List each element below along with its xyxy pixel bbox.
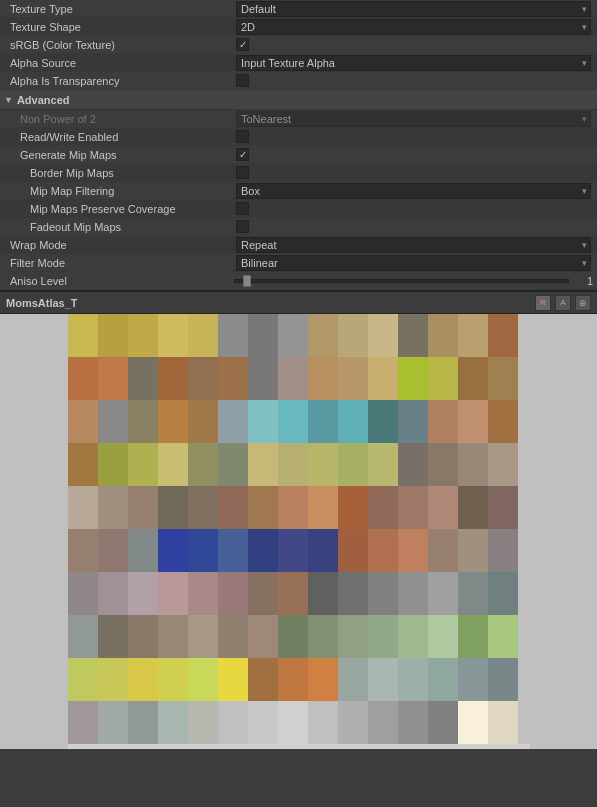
read-write-value <box>234 130 593 143</box>
generate-mip-value <box>234 148 593 161</box>
texture-type-select-wrapper[interactable]: Default <box>236 1 591 17</box>
border-mip-row: Border Mip Maps <box>0 164 597 182</box>
non-power-select-wrapper[interactable]: ToNearest <box>236 111 591 127</box>
srgb-checkbox[interactable] <box>236 38 249 51</box>
fadeout-mip-value <box>234 220 593 233</box>
filter-mode-label: Filter Mode <box>4 257 234 269</box>
alpha-source-row: Alpha Source Input Texture Alpha <box>0 54 597 72</box>
srgb-label: sRGB (Color Texture) <box>4 39 234 51</box>
inspector-panel: Texture Type Default Texture Shape 2D sR… <box>0 0 597 290</box>
read-write-label: Read/Write Enabled <box>4 131 234 143</box>
advanced-section-header[interactable]: ▼ Advanced <box>0 90 597 110</box>
texture-shape-select-wrapper[interactable]: 2D <box>236 19 591 35</box>
non-power-value: ToNearest <box>234 111 593 127</box>
alpha-transparency-checkbox[interactable] <box>236 74 249 87</box>
mip-filtering-select-wrapper[interactable]: Box <box>236 183 591 199</box>
mips-preserve-checkbox[interactable] <box>236 202 249 215</box>
srgb-value <box>234 38 593 51</box>
fadeout-mip-label: Fadeout Mip Maps <box>4 221 234 233</box>
alpha-icon[interactable]: A <box>555 295 571 311</box>
alpha-source-select[interactable]: Input Texture Alpha <box>236 55 591 71</box>
alpha-transparency-value <box>234 74 593 87</box>
advanced-arrow: ▼ <box>4 95 13 105</box>
mips-preserve-label: Mip Maps Preserve Coverage <box>4 203 234 215</box>
zoom-icon[interactable]: ⊕ <box>575 295 591 311</box>
generate-mip-row: Generate Mip Maps <box>0 146 597 164</box>
alpha-source-select-wrapper[interactable]: Input Texture Alpha <box>236 55 591 71</box>
aniso-level-value: 1 <box>573 275 593 287</box>
wrap-mode-label: Wrap Mode <box>4 239 234 251</box>
non-power-row: Non Power of 2 ToNearest <box>0 110 597 128</box>
generate-mip-label: Generate Mip Maps <box>4 149 234 161</box>
texture-shape-select[interactable]: 2D <box>236 19 591 35</box>
mips-preserve-row: Mip Maps Preserve Coverage <box>0 200 597 218</box>
advanced-label: Advanced <box>17 94 70 106</box>
wrap-mode-row: Wrap Mode Repeat <box>0 236 597 254</box>
texture-type-label: Texture Type <box>4 3 234 15</box>
fadeout-mip-checkbox[interactable] <box>236 220 249 233</box>
filter-mode-value: Bilinear <box>234 255 593 271</box>
mip-filtering-row: Mip Map Filtering Box <box>0 182 597 200</box>
mips-preserve-value <box>234 202 593 215</box>
filter-mode-select-wrapper[interactable]: Bilinear <box>236 255 591 271</box>
mip-filtering-select[interactable]: Box <box>236 183 591 199</box>
rgb-icon[interactable]: R <box>535 295 551 311</box>
alpha-source-label: Alpha Source <box>4 57 234 69</box>
texture-canvas <box>68 314 530 749</box>
alpha-source-value: Input Texture Alpha <box>234 55 593 71</box>
texture-type-value: Default <box>234 1 593 17</box>
preview-panel: MomsAtlas_T R A ⊕ <box>0 290 597 749</box>
mip-filtering-label: Mip Map Filtering <box>4 185 234 197</box>
filter-mode-select[interactable]: Bilinear <box>236 255 591 271</box>
read-write-checkbox[interactable] <box>236 130 249 143</box>
texture-type-select[interactable]: Default <box>236 1 591 17</box>
texture-shape-row: Texture Shape 2D <box>0 18 597 36</box>
non-power-label: Non Power of 2 <box>4 113 234 125</box>
filter-mode-row: Filter Mode Bilinear <box>0 254 597 272</box>
preview-content <box>0 314 597 749</box>
aniso-level-row: Aniso Level 1 <box>0 272 597 290</box>
border-mip-checkbox[interactable] <box>236 166 249 179</box>
aniso-level-slider-container: 1 <box>234 275 593 287</box>
wrap-mode-select[interactable]: Repeat <box>236 237 591 253</box>
srgb-row: sRGB (Color Texture) <box>0 36 597 54</box>
texture-shape-value: 2D <box>234 19 593 35</box>
texture-type-row: Texture Type Default <box>0 0 597 18</box>
aniso-level-thumb[interactable] <box>243 275 251 287</box>
preview-icons: R A ⊕ <box>535 295 591 311</box>
wrap-mode-value: Repeat <box>234 237 593 253</box>
preview-header: MomsAtlas_T R A ⊕ <box>0 292 597 314</box>
texture-shape-label: Texture Shape <box>4 21 234 33</box>
preview-title: MomsAtlas_T <box>6 297 78 309</box>
alpha-transparency-row: Alpha Is Transparency <box>0 72 597 90</box>
wrap-mode-select-wrapper[interactable]: Repeat <box>236 237 591 253</box>
alpha-transparency-label: Alpha Is Transparency <box>4 75 234 87</box>
mip-filtering-value: Box <box>234 183 593 199</box>
fadeout-mip-row: Fadeout Mip Maps <box>0 218 597 236</box>
border-mip-label: Border Mip Maps <box>4 167 234 179</box>
generate-mip-checkbox[interactable] <box>236 148 249 161</box>
non-power-select[interactable]: ToNearest <box>236 111 591 127</box>
aniso-level-track[interactable] <box>234 279 569 283</box>
read-write-row: Read/Write Enabled <box>0 128 597 146</box>
aniso-level-label: Aniso Level <box>4 275 234 287</box>
border-mip-value <box>234 166 593 179</box>
